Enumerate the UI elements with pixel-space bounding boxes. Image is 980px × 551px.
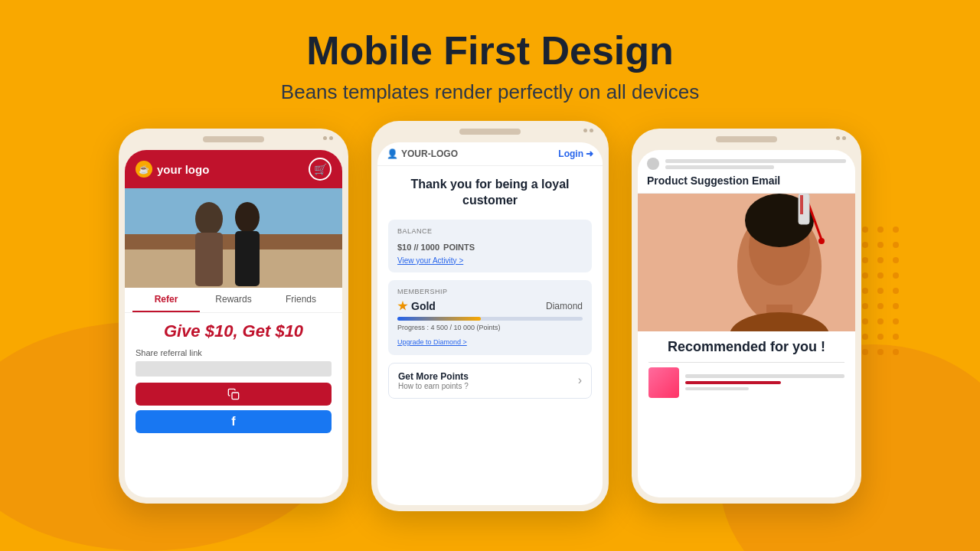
svg-point-88: [818, 238, 825, 244]
page-header: Mobile First Design Beans templates rend…: [0, 0, 980, 104]
phone2-body: Thank you for being a loyal customer BAL…: [377, 166, 603, 405]
facebook-icon: f: [231, 415, 235, 429]
thank-you-text: Thank you for being a loyal customer: [388, 177, 592, 209]
phone2-header: 👤 YOUR-LOGO Login ➜: [377, 142, 603, 166]
login-button[interactable]: Login ➜: [558, 148, 593, 159]
phone-referral: ☕ your logo 🛒: [119, 129, 348, 504]
svg-rect-76: [195, 233, 223, 286]
get-points-title: Get More Points: [398, 371, 469, 382]
page-subtitle: Beans templates render perfectly on all …: [0, 80, 980, 104]
cart-button[interactable]: 🛒: [309, 158, 332, 181]
phones-container: ☕ your logo 🛒: [0, 129, 980, 511]
product-thumbnail: [648, 367, 679, 398]
product-suggestion-title: Product Suggestion Email: [647, 174, 846, 187]
topbar-line-1: [665, 159, 846, 163]
phone3-topbar: [647, 158, 846, 170]
facebook-button[interactable]: f: [136, 410, 332, 433]
phone3-header: Product Suggestion Email: [638, 150, 855, 194]
phone-loyalty: 👤 YOUR-LOGO Login ➜ Thank you for being …: [371, 121, 609, 511]
svg-point-77: [235, 202, 260, 233]
copy-button[interactable]: [136, 383, 332, 406]
share-input[interactable]: [136, 361, 332, 377]
phone-product: Product Suggestion Email: [632, 129, 861, 504]
topbar-line-2: [665, 165, 774, 169]
logo-text: your logo: [157, 163, 209, 176]
tab-friends[interactable]: Friends: [267, 288, 335, 312]
svg-point-75: [195, 202, 223, 236]
membership-card: MEMBERSHIP Gold Diamond Progress : 4 500…: [388, 280, 592, 355]
avatar: [647, 158, 659, 170]
phone-notch-3: [716, 136, 777, 142]
svg-rect-73: [125, 188, 342, 234]
diamond-tier: Diamond: [546, 301, 583, 311]
phone-speaker-1: [323, 136, 333, 140]
progress-fill: [397, 317, 481, 321]
phone1-tabs: Refer Rewards Friends: [125, 288, 342, 313]
view-activity-link[interactable]: View your Activity >: [397, 256, 583, 265]
phone1-body: Give $10, Get $10 Share referral link f: [125, 313, 342, 439]
balance-card: BALANCE $10 // 1000 POINTS View your Act…: [388, 220, 592, 272]
balance-value: $10 // 1000 POINTS: [397, 238, 583, 254]
phone1-logo: ☕ your logo: [136, 161, 209, 178]
svg-rect-78: [235, 231, 260, 286]
beauty-placeholder: [638, 194, 855, 331]
get-points-subtitle: How to earn points ?: [398, 382, 469, 390]
page-title: Mobile First Design: [0, 29, 980, 73]
product-mini-card: [648, 367, 844, 398]
topbar-lines: [665, 159, 846, 169]
get-points-card[interactable]: Get More Points How to earn points ? ›: [388, 363, 592, 399]
progress-bar: [397, 317, 583, 321]
progress-text: Progress : 4 500 / 10 000 (Points): [397, 324, 583, 331]
tab-rewards[interactable]: Rewards: [200, 288, 267, 312]
svg-rect-90: [800, 195, 803, 214]
divider: [648, 362, 844, 363]
get-points-text: Get More Points How to earn points ?: [398, 371, 469, 390]
hero-placeholder: [125, 188, 342, 288]
logo-icon: ☕: [136, 161, 152, 178]
chevron-right-icon: ›: [578, 373, 582, 387]
phone1-hero-image: [125, 188, 342, 288]
phone2-logo: 👤 YOUR-LOGO: [387, 148, 458, 159]
phone3-hero-image: [638, 194, 855, 331]
product-line-price: [685, 381, 781, 384]
product-line-2: [685, 387, 749, 390]
phone-notch-1: [203, 136, 264, 142]
balance-label: BALANCE: [397, 227, 583, 235]
product-info-lines: [685, 374, 844, 390]
star-icon: [397, 301, 408, 311]
phone1-header: ☕ your logo 🛒: [125, 150, 342, 188]
phone-speaker-3: [836, 136, 846, 140]
phone1-content: ☕ your logo 🛒: [125, 150, 342, 497]
phone3-body: Recommended for you !: [638, 331, 855, 406]
tab-refer[interactable]: Refer: [132, 288, 200, 312]
phone-notch-2: [459, 129, 521, 135]
gold-tier: Gold: [397, 300, 436, 312]
promo-text: Give $10, Get $10: [136, 322, 332, 341]
phone3-content: Product Suggestion Email: [638, 150, 855, 497]
membership-label: MEMBERSHIP: [397, 288, 583, 295]
recommended-text: Recommended for you !: [648, 339, 844, 356]
svg-rect-74: [125, 249, 342, 288]
phone2-content: 👤 YOUR-LOGO Login ➜ Thank you for being …: [377, 142, 603, 505]
membership-tier-row: Gold Diamond: [397, 300, 583, 312]
phone-speaker-2: [583, 129, 593, 132]
share-label: Share referral link: [136, 348, 332, 357]
product-line-1: [685, 374, 844, 378]
svg-rect-79: [232, 393, 239, 399]
upgrade-link[interactable]: Upgrade to Diamond >: [397, 338, 467, 346]
